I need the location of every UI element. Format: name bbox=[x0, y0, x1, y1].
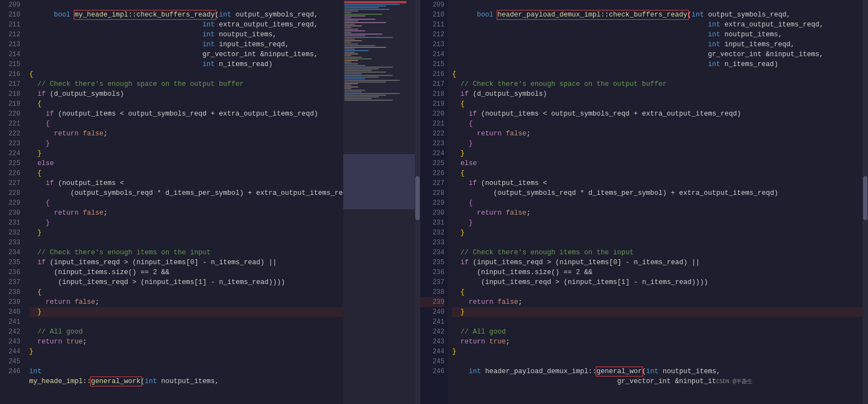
right-code-line-221: return false; bbox=[452, 129, 862, 139]
code-line-229: return false; bbox=[29, 208, 343, 218]
code-line-222: } bbox=[29, 139, 343, 149]
code-line-233-comment: // Check there's enough items on the inp… bbox=[29, 248, 343, 258]
code-line-232 bbox=[29, 238, 343, 248]
right-code-line-238: return false; bbox=[452, 297, 862, 307]
code-line-225: { bbox=[29, 168, 343, 178]
right-code-line-245: int header_payload_demux_impl::general_w… bbox=[452, 367, 862, 376]
left-minimap[interactable] bbox=[343, 0, 415, 404]
code-line-228: { bbox=[29, 198, 343, 208]
code-line-244 bbox=[29, 357, 343, 367]
code-line-238: return false; bbox=[29, 297, 343, 307]
right-code-line-218: { bbox=[452, 99, 862, 109]
right-code-line-230: } bbox=[452, 218, 862, 228]
code-line-219: if (noutput_items < output_symbols_reqd … bbox=[29, 109, 343, 119]
right-code-line-223: } bbox=[452, 149, 862, 159]
right-code-line-219: if (noutput_items < output_symbols_reqd … bbox=[452, 109, 862, 119]
right-code-line-239: } bbox=[452, 307, 862, 317]
code-line-209: bool my_heade_impl::check_buffers_ready(… bbox=[29, 0, 343, 10]
code-line-223: } bbox=[29, 149, 343, 159]
code-line-239: } bbox=[29, 307, 343, 317]
left-line-numbers: 209 210 211 212 213 214 215 216 217 218 … bbox=[0, 0, 25, 404]
right-code-line-222: } bbox=[452, 139, 862, 149]
right-code-line-244 bbox=[452, 357, 862, 367]
code-line-241-comment: // All good bbox=[29, 327, 343, 337]
minimap-viewport[interactable] bbox=[343, 154, 415, 209]
right-scrollbar-thumb[interactable] bbox=[863, 176, 867, 220]
code-line-246: my_heade_impl::general_work(int noutput_… bbox=[29, 376, 343, 386]
right-code-line-220: { bbox=[452, 119, 862, 129]
minimap-lines bbox=[343, 0, 415, 102]
right-code-line-241-comment: // All good bbox=[452, 327, 862, 337]
right-code-line-217: if (d_output_symbols) bbox=[452, 89, 862, 99]
right-editor-pane: bool header_payload_demux_impl::check_bu… bbox=[448, 0, 868, 404]
right-code-line-216-comment: // Check there's enough space on the out… bbox=[452, 79, 862, 89]
code-line-237: { bbox=[29, 287, 343, 297]
left-scrollbar[interactable] bbox=[415, 0, 420, 404]
right-scrollbar[interactable] bbox=[862, 0, 868, 404]
right-code-line-242: return true; bbox=[452, 337, 862, 347]
right-code-line-216-open: { bbox=[452, 69, 862, 79]
right-code-line-225: { bbox=[452, 168, 862, 178]
code-line-240 bbox=[29, 317, 343, 327]
left-scrollbar-thumb[interactable] bbox=[415, 176, 420, 220]
code-line-230: } bbox=[29, 218, 343, 228]
right-code-line-229: return false; bbox=[452, 208, 862, 218]
left-code-area[interactable]: bool my_heade_impl::check_buffers_ready(… bbox=[25, 0, 343, 404]
code-line-216-comment: // Check there's enough space on the out… bbox=[29, 79, 343, 89]
code-line-216-open: { bbox=[29, 69, 343, 79]
right-code-line-246: gr_vector_int &ninput_itCSDN @半盏生 bbox=[452, 376, 862, 386]
right-code-line-235: (ninput_items.size() == 2 && bbox=[452, 267, 862, 277]
right-code-line-231: } bbox=[452, 228, 862, 238]
right-code-line-233-comment: // Check there's enough items on the inp… bbox=[452, 248, 862, 258]
right-code-line-209: bool header_payload_demux_impl::check_bu… bbox=[452, 0, 862, 10]
code-line-217: if (d_output_symbols) bbox=[29, 89, 343, 99]
right-code-line-227: (output_symbols_reqd * d_items_per_symbo… bbox=[452, 188, 862, 198]
code-line-227: (output_symbols_reqd * d_items_per_symbo… bbox=[29, 188, 343, 198]
code-line-221: return false; bbox=[29, 129, 343, 139]
code-line-231: } bbox=[29, 228, 343, 238]
code-line-236: (input_items_reqd > (ninput_items[1] - n… bbox=[29, 277, 343, 287]
right-code-line-243: } bbox=[452, 347, 862, 357]
code-line-226: if (noutput_items < bbox=[29, 178, 343, 188]
left-editor-pane: 209 210 211 212 213 214 215 216 217 218 … bbox=[0, 0, 420, 404]
right-code-line-226: if (noutput_items < bbox=[452, 178, 862, 188]
code-line-243: } bbox=[29, 347, 343, 357]
right-code-line-228: { bbox=[452, 198, 862, 208]
code-line-234: if (input_items_reqd > (ninput_items[0] … bbox=[29, 258, 343, 267]
right-code-line-240 bbox=[452, 317, 862, 327]
right-code-line-234: if (input_items_reqd > (ninput_items[0] … bbox=[452, 258, 862, 267]
right-code-line-232 bbox=[452, 238, 862, 248]
right-code-line-224: else bbox=[452, 159, 862, 168]
center-line-numbers: 209 210 211 212 213 214 215 216 217 218 … bbox=[420, 0, 448, 404]
code-line-224: else bbox=[29, 159, 343, 168]
code-line-218: { bbox=[29, 99, 343, 109]
right-code-line-237: { bbox=[452, 287, 862, 297]
code-line-220: { bbox=[29, 119, 343, 129]
right-code-line-236: (input_items_reqd > (ninput_items[1] - n… bbox=[452, 277, 862, 287]
code-line-242: return true; bbox=[29, 337, 343, 347]
code-line-245: int bbox=[29, 367, 343, 376]
code-line-235: (ninput_items.size() == 2 && bbox=[29, 267, 343, 277]
right-code-area[interactable]: bool header_payload_demux_impl::check_bu… bbox=[448, 0, 862, 404]
